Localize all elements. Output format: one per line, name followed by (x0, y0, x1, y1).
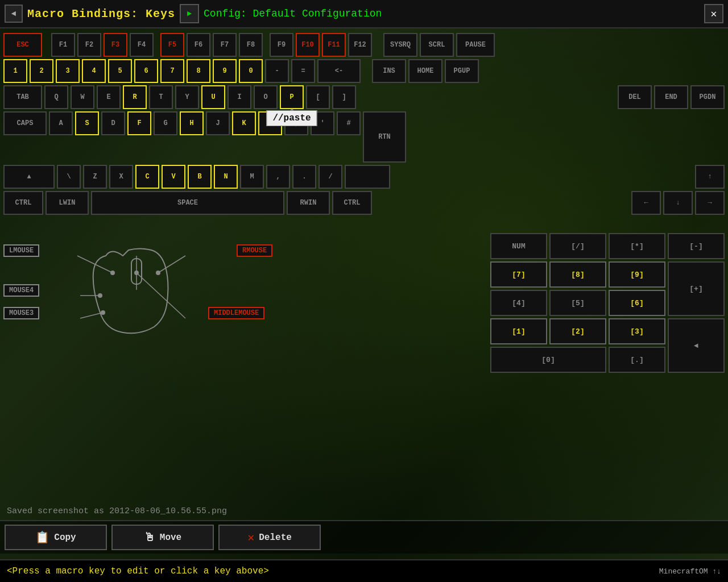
key-num-plus[interactable]: [+] (668, 261, 725, 316)
key-slash[interactable]: / (318, 165, 342, 189)
key-num-4[interactable]: [4] (490, 290, 547, 316)
key-m[interactable]: M (240, 165, 264, 189)
key-num-2[interactable]: [2] (549, 318, 606, 344)
key-backslash[interactable]: \ (57, 165, 81, 189)
key-v[interactable]: V (162, 165, 185, 189)
key-f12[interactable]: F12 (348, 33, 372, 57)
key-j[interactable]: J (206, 111, 230, 135)
key-i[interactable]: I (228, 85, 251, 109)
key-f10[interactable]: F10 (296, 33, 320, 57)
key-minus[interactable]: - (265, 59, 289, 83)
key-return[interactable]: RTN (363, 111, 406, 163)
key-hash[interactable]: # (337, 111, 361, 135)
move-button[interactable]: 🖱 Move (111, 525, 214, 550)
key-c[interactable]: C (135, 165, 159, 189)
key-f7[interactable]: F7 (213, 33, 237, 57)
key-d[interactable]: D (101, 111, 125, 135)
lmouse-label[interactable]: LMOUSE (3, 244, 39, 257)
key-f8[interactable]: F8 (239, 33, 263, 57)
key-num-dot[interactable]: [.] (609, 347, 665, 373)
key-lbracket[interactable]: [ (306, 85, 330, 109)
key-comma[interactable]: , (266, 165, 290, 189)
key-tab[interactable]: TAB (3, 85, 42, 109)
key-s[interactable]: S (75, 111, 99, 135)
key-t[interactable]: T (149, 85, 173, 109)
key-f9[interactable]: F9 (270, 33, 293, 57)
key-6[interactable]: 6 (134, 59, 158, 83)
key-ctrl-left[interactable]: CTRL (3, 191, 43, 215)
key-space[interactable]: SPACE (91, 191, 284, 215)
key-equals[interactable]: = (291, 59, 315, 83)
mouse4-label[interactable]: MOUSE4 (3, 284, 39, 297)
key-u[interactable]: U (201, 85, 225, 109)
play-button[interactable]: ► (180, 4, 199, 23)
key-x[interactable]: X (109, 165, 133, 189)
key-3[interactable]: 3 (56, 59, 80, 83)
key-f6[interactable]: F6 (187, 33, 210, 57)
key-o[interactable]: O (254, 85, 278, 109)
key-e[interactable]: E (97, 85, 121, 109)
key-9[interactable]: 9 (213, 59, 237, 83)
key-f5[interactable]: F5 (160, 33, 184, 57)
key-num[interactable]: NUM (490, 233, 547, 259)
key-f3[interactable]: F3 (104, 33, 127, 57)
key-sysrq[interactable]: SYSRQ (383, 33, 417, 57)
key-num-0[interactable]: [0] (490, 347, 606, 373)
key-period[interactable]: . (292, 165, 316, 189)
key-b[interactable]: B (188, 165, 212, 189)
key-ins[interactable]: INS (372, 59, 406, 83)
delete-button[interactable]: ✕ Delete (218, 525, 321, 550)
key-num-8[interactable]: [8] (549, 261, 606, 288)
key-num-mul[interactable]: [*] (609, 233, 665, 259)
key-7[interactable]: 7 (160, 59, 184, 83)
key-del[interactable]: DEL (618, 85, 652, 109)
key-y[interactable]: Y (175, 85, 199, 109)
key-q[interactable]: Q (44, 85, 68, 109)
key-home[interactable]: HOME (408, 59, 442, 83)
key-z[interactable]: Z (83, 165, 107, 189)
key-g[interactable]: G (154, 111, 177, 135)
key-f1[interactable]: F1 (51, 33, 75, 57)
copy-button[interactable]: 📋 Copy (5, 525, 107, 550)
key-num-6[interactable]: [6] (609, 290, 665, 316)
key-f2[interactable]: F2 (77, 33, 101, 57)
key-p[interactable]: P //paste (280, 85, 304, 109)
key-end[interactable]: END (654, 85, 688, 109)
key-backspace[interactable]: <- (317, 59, 361, 83)
key-pgdn[interactable]: PGDN (690, 85, 725, 109)
key-num-3[interactable]: [3] (609, 318, 665, 344)
key-k[interactable]: K (232, 111, 256, 135)
key-right[interactable]: → (695, 191, 725, 215)
key-down[interactable]: ↓ (663, 191, 693, 215)
rmouse-label[interactable]: RMOUSE (237, 244, 272, 257)
close-button[interactable]: ✕ (704, 4, 723, 23)
key-r[interactable]: R (123, 85, 147, 109)
key-a[interactable]: A (49, 111, 73, 135)
key-num-9[interactable]: [9] (609, 261, 665, 288)
key-semicolon[interactable]: ; (284, 111, 308, 135)
key-h[interactable]: H (180, 111, 204, 135)
key-pause[interactable]: PAUSE (456, 33, 495, 57)
key-num-minus[interactable]: [-] (668, 233, 725, 259)
key-lwin[interactable]: LWIN (46, 191, 89, 215)
key-ctrl-right[interactable]: CTRL (332, 191, 372, 215)
key-8[interactable]: 8 (187, 59, 210, 83)
mouse3-label[interactable]: MOUSE3 (3, 307, 39, 319)
key-l[interactable]: L (258, 111, 282, 135)
key-2[interactable]: 2 (30, 59, 53, 83)
key-5[interactable]: 5 (108, 59, 132, 83)
key-left[interactable]: ← (631, 191, 661, 215)
key-w[interactable]: W (71, 85, 94, 109)
key-caps[interactable]: CAPS (3, 111, 47, 135)
key-num-5[interactable]: [5] (549, 290, 606, 316)
back-button[interactable]: ◄ (5, 5, 23, 23)
key-esc[interactable]: ESC (3, 33, 42, 57)
key-shift-left[interactable]: ▲ (3, 165, 55, 189)
key-0[interactable]: 0 (239, 59, 263, 83)
key-f[interactable]: F (127, 111, 151, 135)
key-num-7[interactable]: [7] (490, 261, 547, 288)
key-n[interactable]: N (214, 165, 238, 189)
key-num-div[interactable]: [/] (549, 233, 606, 259)
key-up[interactable]: ↑ (695, 165, 725, 189)
key-shift-right[interactable] (345, 165, 390, 189)
